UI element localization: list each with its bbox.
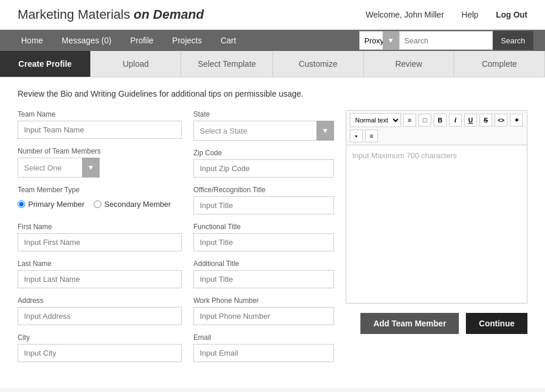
bottom-actions: Add Team Member Continue xyxy=(346,313,527,334)
last-name-group: Last Name xyxy=(18,260,182,288)
secondary-member-text: Secondary Member xyxy=(104,200,171,209)
add-team-member-button[interactable]: Add Team Member xyxy=(360,313,459,334)
secondary-member-radio-label[interactable]: Secondary Member xyxy=(94,200,171,209)
secondary-member-radio[interactable] xyxy=(94,200,101,208)
italic-icon[interactable]: I xyxy=(449,114,462,127)
state-select[interactable]: Select a State ALAKAZAR CACOCTDE FLGANYT… xyxy=(193,121,334,141)
additional-title-group: Additional Title xyxy=(193,260,334,288)
num-members-label: Number of Team Members xyxy=(18,147,182,155)
zip-code-label: Zip Code xyxy=(193,149,334,157)
step-create-profile[interactable]: Create Profile xyxy=(0,51,91,77)
search-button[interactable]: Search xyxy=(493,31,533,50)
step-select-template[interactable]: Select Template xyxy=(181,51,272,77)
additional-title-label: Additional Title xyxy=(193,260,334,268)
primary-member-radio-label[interactable]: Primary Member xyxy=(18,200,84,209)
proxy-dropdown-wrapper: Proxy ▼ xyxy=(359,31,399,50)
main-navigation: Home Messages (0) Profile Projects Cart … xyxy=(0,30,545,51)
functional-title-input[interactable] xyxy=(193,233,334,251)
primary-member-radio[interactable] xyxy=(18,200,25,208)
main-content: Review the Bio and Writing Guidelines fo… xyxy=(0,77,545,388)
email-input[interactable] xyxy=(193,344,334,362)
office-title-input[interactable] xyxy=(193,196,334,214)
nav-projects[interactable]: Projects xyxy=(163,30,212,51)
box-icon[interactable]: □ xyxy=(418,114,431,127)
last-name-label: Last Name xyxy=(18,260,182,268)
step-complete[interactable]: Complete xyxy=(454,51,545,77)
proxy-select[interactable]: Proxy xyxy=(359,31,399,50)
help-link[interactable]: Help xyxy=(462,10,479,19)
work-phone-group: Work Phone Number xyxy=(193,296,334,325)
num-members-select-wrapper: Select One 12345+ ▼ xyxy=(18,158,100,178)
continue-button[interactable]: Continue xyxy=(466,313,527,334)
align-icon[interactable]: ≡ xyxy=(403,114,416,127)
state-group: State Select a State ALAKAZAR CACOCTDE F… xyxy=(193,110,334,141)
address-label: Address xyxy=(18,296,182,305)
city-input[interactable] xyxy=(18,344,182,362)
step-upload[interactable]: Upload xyxy=(91,51,182,77)
office-title-label: Office/Recognition Title xyxy=(193,186,334,194)
nav-profile[interactable]: Profile xyxy=(121,30,163,51)
work-phone-label: Work Phone Number xyxy=(193,296,334,305)
bold-icon[interactable]: B xyxy=(434,114,447,127)
form-layout: Team Name Number of Team Members Select … xyxy=(18,110,527,370)
logout-link[interactable]: Log Out xyxy=(496,10,527,19)
email-label: Email xyxy=(193,333,334,342)
first-name-group: First Name xyxy=(18,223,182,251)
text-style-select[interactable]: Normal text xyxy=(350,113,401,127)
site-title: Marketing Materials on Demand xyxy=(18,7,366,22)
first-name-input[interactable] xyxy=(18,233,182,251)
additional-title-input[interactable] xyxy=(193,270,334,288)
header-nav: Welcome, John Miller Help Log Out xyxy=(366,10,527,19)
form-col-right: Normal text ≡ □ B I U S <> ✦ • ≡ Input M… xyxy=(346,110,527,370)
underline-icon[interactable]: U xyxy=(464,114,477,127)
address-input[interactable] xyxy=(18,307,182,325)
welcome-text: Welcome, John Miller xyxy=(366,10,444,19)
city-label: City xyxy=(18,333,182,342)
zip-code-input[interactable] xyxy=(193,159,334,178)
state-select-wrapper: Select a State ALAKAZAR CACOCTDE FLGANYT… xyxy=(193,121,334,141)
state-label: State xyxy=(193,110,334,118)
title-text-bold: on Demand xyxy=(134,7,204,22)
primary-member-text: Primary Member xyxy=(28,200,84,209)
code-icon[interactable]: <> xyxy=(495,114,507,127)
num-members-group: Number of Team Members Select One 12345+… xyxy=(18,147,182,178)
first-name-label: First Name xyxy=(18,223,182,231)
search-input[interactable] xyxy=(399,31,493,50)
title-text-normal: Marketing Materials xyxy=(18,7,134,22)
steps-bar: Create Profile Upload Select Template Cu… xyxy=(0,51,545,77)
zip-code-group: Zip Code xyxy=(193,149,334,178)
num-members-select[interactable]: Select One 12345+ xyxy=(18,158,100,178)
editor-placeholder: Input Maximum 700 characters xyxy=(352,151,457,160)
last-name-input[interactable] xyxy=(18,270,182,288)
functional-title-group: Functional Title xyxy=(193,223,334,251)
numbered-list-icon[interactable]: ≡ xyxy=(365,129,378,142)
site-header: Marketing Materials on Demand Welcome, J… xyxy=(0,0,545,30)
nav-cart[interactable]: Cart xyxy=(211,30,245,51)
functional-title-label: Functional Title xyxy=(193,223,334,231)
step-review[interactable]: Review xyxy=(364,51,455,77)
page-description: Review the Bio and Writing Guidelines fo… xyxy=(18,89,527,98)
form-col-left: Team Name Number of Team Members Select … xyxy=(18,110,182,370)
team-name-group: Team Name xyxy=(18,110,182,139)
bullet-list-icon[interactable]: • xyxy=(350,129,363,142)
member-type-label: Team Member Type xyxy=(18,186,182,194)
team-name-input[interactable] xyxy=(18,121,182,139)
step-customize[interactable]: Customize xyxy=(273,51,364,77)
nav-messages[interactable]: Messages (0) xyxy=(52,30,121,51)
rich-text-editor: Normal text ≡ □ B I U S <> ✦ • ≡ Input M… xyxy=(346,110,527,304)
nav-home[interactable]: Home xyxy=(12,30,52,51)
editor-toolbar: Normal text ≡ □ B I U S <> ✦ • ≡ xyxy=(346,111,527,145)
form-col-mid: State Select a State ALAKAZAR CACOCTDE F… xyxy=(193,110,334,370)
editor-body[interactable]: Input Maximum 700 characters xyxy=(346,145,527,303)
member-type-group: Team Member Type Primary Member Secondar… xyxy=(18,186,182,214)
work-phone-input[interactable] xyxy=(193,307,334,325)
office-title-group: Office/Recognition Title xyxy=(193,186,334,214)
city-group: City xyxy=(18,333,182,362)
strikethrough-icon[interactable]: S xyxy=(479,114,492,127)
special-icon[interactable]: ✦ xyxy=(510,114,523,127)
radio-group: Primary Member Secondary Member xyxy=(18,196,182,214)
address-group: Address xyxy=(18,296,182,325)
email-group: Email xyxy=(193,333,334,362)
team-name-label: Team Name xyxy=(18,110,182,118)
